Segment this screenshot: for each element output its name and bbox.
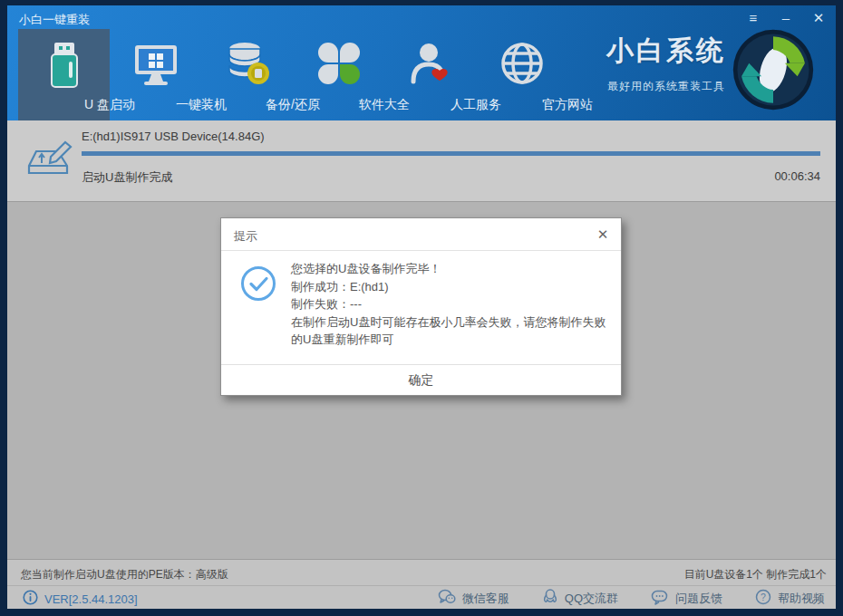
close-icon[interactable]: ✕ bbox=[809, 9, 828, 27]
wechat-icon bbox=[438, 589, 456, 608]
tab-one-key-install[interactable]: 一键装机 bbox=[110, 29, 201, 120]
brand-name: 小白系统 bbox=[595, 33, 738, 70]
minimize-icon[interactable]: – bbox=[776, 9, 796, 27]
wechat-support-link[interactable]: 微信客服 bbox=[438, 589, 509, 608]
tab-usb-boot[interactable]: U 盘启动 bbox=[18, 29, 110, 120]
window-controls: ≡ – ✕ bbox=[743, 9, 828, 27]
header: 小白一键重装 ≡ – ✕ bbox=[7, 5, 836, 120]
tab-human-service[interactable]: 人工服务 bbox=[384, 29, 476, 120]
progress-bar bbox=[82, 151, 820, 156]
titlebar[interactable]: 小白一键重装 ≡ – ✕ bbox=[7, 5, 836, 29]
footer-link-label: 问题反馈 bbox=[675, 591, 722, 607]
pe-version-text: 您当前制作启动U盘使用的PE版本：高级版 bbox=[21, 567, 228, 582]
qq-group-link[interactable]: QQ交流群 bbox=[542, 589, 618, 608]
dialog-body: 您选择的U盘设备制作完毕！ 制作成功：E:(hd1) 制作失败：--- 在制作启… bbox=[221, 251, 621, 349]
footer-link-label: QQ交流群 bbox=[565, 591, 618, 607]
app-frame: 小白一键重装 ≡ – ✕ bbox=[0, 0, 843, 616]
prompt-dialog: 提示 ✕ 您选择的U盘设备制作完毕！ 制作成功：E:(hd1) 制作失败：---… bbox=[220, 217, 622, 396]
dialog-header: 提示 ✕ bbox=[221, 218, 621, 251]
progress-status-text: 启动U盘制作完成 bbox=[82, 169, 172, 186]
nav-tabs: U 盘启动 bbox=[18, 29, 567, 120]
dialog-close-icon[interactable]: ✕ bbox=[594, 226, 612, 244]
swirl-arrows-logo bbox=[732, 28, 815, 111]
dialog-message-line: 在制作启动U盘时可能存在极小几率会失败，请您将制作失败的U盘重新制作即可 bbox=[291, 313, 608, 349]
version-text: VER[2.5.44.1203] bbox=[44, 592, 138, 606]
write-disk-icon bbox=[24, 139, 74, 184]
tab-software-collection[interactable]: 软件大全 bbox=[293, 29, 384, 120]
info-icon bbox=[23, 590, 38, 608]
version-group[interactable]: VER[2.5.44.1203] bbox=[23, 590, 138, 608]
dialog-message-line: 您选择的U盘设备制作完毕！ bbox=[291, 260, 608, 278]
brand: 小白系统 最好用的系统重装工具 bbox=[595, 33, 738, 94]
app-window: 小白一键重装 ≡ – ✕ bbox=[7, 5, 836, 609]
dialog-message-line: 制作成功：E:(hd1) bbox=[291, 278, 608, 296]
dialog-message-line: 制作失败：--- bbox=[291, 295, 608, 313]
status-bar: 您当前制作启动U盘使用的PE版本：高级版 目前U盘设备1个 制作完成1个 bbox=[7, 559, 836, 585]
feedback-bubble-icon bbox=[651, 590, 669, 608]
elapsed-time: 00:06:34 bbox=[774, 169, 820, 183]
window-title: 小白一键重装 bbox=[19, 12, 90, 28]
progress-section: E:(hd1)IS917 USB Device(14.84G) 启动U盘制作完成… bbox=[7, 120, 836, 202]
dialog-title: 提示 bbox=[234, 228, 257, 245]
feedback-link[interactable]: 问题反馈 bbox=[651, 589, 722, 608]
footer-link-label: 微信客服 bbox=[462, 591, 509, 607]
help-video-link[interactable]: ? 帮助视频 bbox=[755, 589, 825, 608]
tab-official-website[interactable]: 官方网站 bbox=[476, 29, 567, 120]
ok-button[interactable]: 确定 bbox=[221, 364, 621, 395]
usb-device-label: E:(hd1)IS917 USB Device(14.84G) bbox=[82, 130, 265, 143]
footer-link-label: 帮助视频 bbox=[778, 591, 825, 607]
device-count-text: 目前U盘设备1个 制作完成1个 bbox=[684, 567, 827, 582]
qq-icon bbox=[542, 589, 558, 608]
progress-bar-fill bbox=[82, 151, 820, 156]
brand-tagline: 最好用的系统重装工具 bbox=[595, 79, 738, 94]
svg-text:?: ? bbox=[761, 592, 766, 602]
menu-icon[interactable]: ≡ bbox=[743, 9, 763, 27]
footer-bar: VER[2.5.44.1203] 微信客服 bbox=[7, 585, 836, 609]
footer-links: 微信客服 QQ交流群 bbox=[438, 589, 825, 608]
help-circle-icon: ? bbox=[755, 589, 771, 608]
tab-label: 官方网站 bbox=[522, 97, 614, 113]
check-circle-icon bbox=[240, 265, 276, 305]
tab-backup-restore[interactable]: 备份/还原 bbox=[201, 29, 293, 120]
